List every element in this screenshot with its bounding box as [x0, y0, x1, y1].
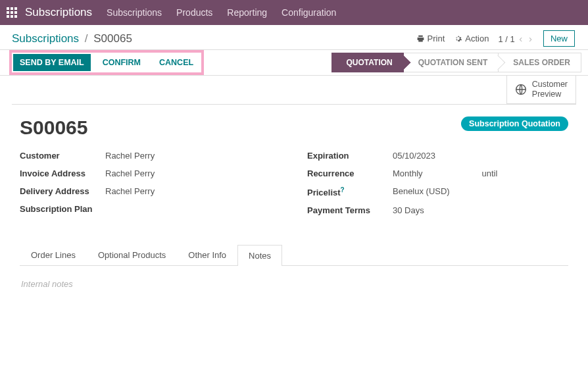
- delivery-value[interactable]: Rachel Perry: [105, 186, 155, 196]
- send-by-email-button[interactable]: SEND BY EMAIL: [13, 54, 91, 71]
- toolbar-actions: Print Action 1 / 1 ‹ › New: [416, 30, 575, 47]
- stage-quotation-label: QUOTATION: [347, 58, 393, 67]
- pager-text: 1 / 1: [498, 34, 514, 44]
- breadcrumb-current: S00065: [93, 32, 132, 45]
- nav-products[interactable]: Products: [176, 7, 212, 18]
- stage-indicator: QUOTATION QUOTATION SENT SALES ORDER: [331, 53, 581, 72]
- tab-notes[interactable]: Notes: [237, 245, 282, 266]
- tab-other-info[interactable]: Other Info: [177, 244, 237, 265]
- confirm-button[interactable]: CONFIRM: [96, 54, 147, 71]
- pricelist-value[interactable]: Benelux (USD): [393, 186, 450, 197]
- apps-icon[interactable]: [7, 7, 17, 18]
- tab-optional-products[interactable]: Optional Products: [87, 244, 177, 265]
- status-badge: Subscription Quotation: [461, 116, 568, 131]
- gear-icon: [454, 34, 462, 43]
- pager: 1 / 1 ‹ ›: [498, 33, 534, 44]
- customer-value[interactable]: Rachel Perry: [105, 151, 155, 161]
- left-column: CustomerRachel Perry Invoice AddressRach…: [20, 151, 281, 223]
- right-column: Expiration05/10/2023 RecurrenceMonthlyun…: [307, 151, 568, 223]
- stage-sales-order-label: SALES ORDER: [513, 58, 570, 67]
- breadcrumb: Subscriptions / S00065: [12, 32, 132, 45]
- print-icon: [416, 34, 425, 43]
- globe-icon: [515, 84, 527, 95]
- nav-subscriptions[interactable]: Subscriptions: [107, 7, 162, 18]
- stat-buttons: Customer Preview: [12, 76, 576, 105]
- action-button[interactable]: Action: [454, 34, 489, 43]
- pricelist-label: Pricelist?: [307, 186, 393, 197]
- breadcrumb-sep: /: [85, 32, 88, 45]
- invoice-value[interactable]: Rachel Perry: [105, 168, 155, 178]
- record-title: S00065: [20, 116, 87, 139]
- action-highlight: SEND BY EMAIL CONFIRM CANCEL: [9, 50, 204, 75]
- app-title: Subscriptions: [25, 6, 92, 19]
- stage-quotation-sent[interactable]: QUOTATION SENT: [404, 53, 499, 72]
- terms-value[interactable]: 30 Days: [393, 205, 424, 215]
- nav-configuration[interactable]: Configuration: [282, 7, 336, 18]
- cancel-button[interactable]: CANCEL: [153, 54, 200, 71]
- pricelist-help-icon[interactable]: ?: [341, 186, 345, 194]
- customer-preview-button[interactable]: Customer Preview: [506, 76, 576, 104]
- customer-label: Customer: [20, 151, 105, 161]
- stage-quotation-sent-label: QUOTATION SENT: [418, 58, 488, 67]
- pager-prev[interactable]: ‹: [517, 33, 524, 44]
- expiration-value[interactable]: 05/10/2023: [393, 151, 435, 161]
- stage-quotation[interactable]: QUOTATION: [331, 53, 404, 72]
- tab-order-lines[interactable]: Order Lines: [20, 244, 87, 265]
- print-button[interactable]: Print: [416, 34, 445, 43]
- delivery-label: Delivery Address: [20, 186, 105, 196]
- new-button[interactable]: New: [543, 30, 575, 47]
- status-bar: SEND BY EMAIL CONFIRM CANCEL QUOTATION Q…: [0, 49, 588, 76]
- stat-line2: Preview: [532, 90, 568, 99]
- plan-label: Subscription Plan: [20, 204, 105, 214]
- action-label: Action: [465, 34, 489, 43]
- topbar: Subscriptions Subscriptions Products Rep…: [0, 0, 588, 25]
- stat-line1: Customer: [532, 80, 568, 90]
- expiration-label: Expiration: [307, 151, 393, 161]
- nav-reporting[interactable]: Reporting: [227, 7, 267, 18]
- stage-sales-order[interactable]: SALES ORDER: [499, 53, 581, 72]
- print-label: Print: [428, 34, 445, 43]
- recurrence-until: until: [482, 168, 498, 178]
- terms-label: Payment Terms: [307, 205, 393, 215]
- form-sheet: S00065 Subscription Quotation CustomerRa…: [0, 105, 588, 235]
- pager-next[interactable]: ›: [527, 33, 534, 44]
- recurrence-label: Recurrence: [307, 168, 393, 178]
- recurrence-value[interactable]: Monthly: [393, 168, 423, 178]
- invoice-label: Invoice Address: [20, 168, 105, 178]
- internal-notes-input[interactable]: Internal notes: [20, 275, 568, 380]
- tabs: Order Lines Optional Products Other Info…: [20, 244, 568, 266]
- breadcrumb-bar: Subscriptions / S00065 Print Action 1 / …: [0, 25, 588, 49]
- breadcrumb-root[interactable]: Subscriptions: [12, 32, 79, 45]
